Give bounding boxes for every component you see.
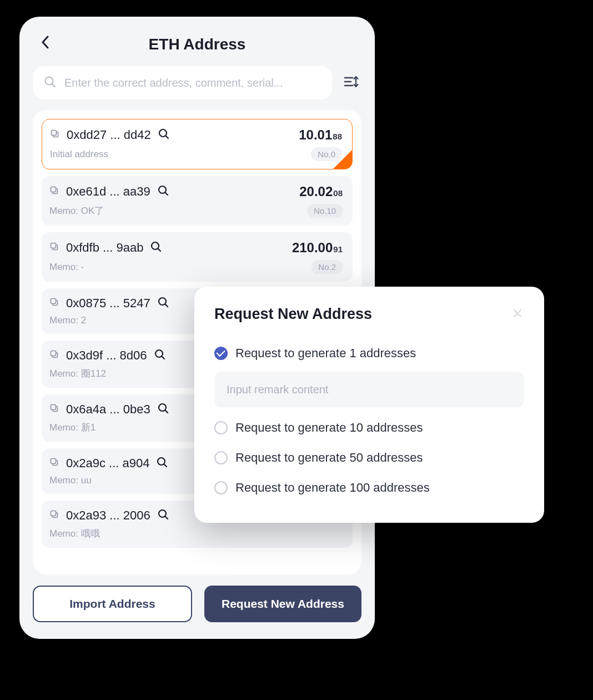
copy-icon[interactable]	[49, 297, 59, 309]
svg-rect-6	[52, 131, 57, 136]
address-text: 0xdd27 ... dd42	[67, 128, 151, 142]
explore-icon[interactable]	[156, 456, 168, 471]
copy-icon[interactable]	[50, 129, 60, 141]
option-label: Request to generate 1 addresses	[235, 346, 416, 361]
request-new-address-button[interactable]: Request New Address	[204, 586, 361, 622]
serial-badge: No.10	[307, 204, 343, 218]
svg-rect-14	[51, 243, 56, 248]
address-text: 0x6a4a ... 0be3	[66, 402, 150, 417]
explore-icon[interactable]	[157, 402, 169, 417]
serial-badge: No.2	[311, 260, 343, 274]
generate-option[interactable]: Request to generate 50 addresses	[214, 443, 524, 473]
remark-input[interactable]	[214, 372, 524, 407]
memo-text: Memo: 新1	[49, 421, 96, 434]
memo-text: Initial address	[50, 149, 108, 160]
memo-text: Memo: 2	[49, 315, 86, 326]
address-text: 0xe61d ... aa39	[66, 184, 150, 199]
copy-icon[interactable]	[49, 457, 59, 469]
search-row	[33, 66, 361, 100]
modal-options: Request to generate 1 addressesRequest t…	[214, 338, 524, 503]
footer: Import Address Request New Address	[33, 586, 361, 622]
balance: 210.0091	[292, 240, 343, 256]
address-card[interactable]: 0xdd27 ... dd4210.0188Initial addressNo.…	[42, 119, 353, 169]
svg-rect-22	[51, 351, 56, 356]
svg-rect-10	[51, 187, 56, 192]
search-icon	[43, 75, 57, 91]
address-text: 0xfdfb ... 9aab	[66, 241, 143, 255]
copy-icon[interactable]	[49, 509, 59, 522]
option-label: Request to generate 100 addresses	[235, 481, 430, 495]
address-text: 0x2a9c ... a904	[66, 456, 149, 471]
back-button[interactable]	[37, 36, 53, 51]
search-box[interactable]	[33, 66, 333, 100]
svg-line-32	[164, 464, 167, 467]
svg-rect-30	[51, 459, 56, 464]
generate-option[interactable]: Request to generate 100 addresses	[214, 473, 524, 503]
svg-line-36	[165, 517, 168, 519]
copy-icon[interactable]	[49, 349, 59, 362]
radio-unchecked-icon[interactable]	[214, 481, 228, 494]
modal-header: Request New Address	[214, 306, 524, 323]
explore-icon[interactable]	[154, 348, 166, 363]
radio-unchecked-icon[interactable]	[214, 421, 228, 434]
modal-close-button[interactable]	[511, 308, 524, 321]
svg-line-12	[165, 193, 168, 196]
modal-title: Request New Address	[214, 306, 372, 323]
sort-button[interactable]	[340, 72, 361, 93]
memo-text: Memo: uu	[49, 475, 92, 486]
address-card[interactable]: 0xfdfb ... 9aab210.0091Memo: -No.2	[42, 232, 353, 282]
copy-icon[interactable]	[49, 403, 59, 416]
svg-line-24	[162, 357, 164, 359]
balance: 10.0188	[299, 127, 342, 143]
svg-line-1	[52, 84, 55, 87]
generate-option[interactable]: Request to generate 1 addresses	[214, 338, 524, 368]
chevron-left-icon	[41, 36, 49, 51]
sort-icon	[343, 73, 359, 92]
svg-line-16	[158, 249, 161, 252]
balance: 20.0208	[299, 184, 343, 199]
generate-option[interactable]: Request to generate 10 addresses	[214, 413, 524, 443]
option-label: Request to generate 10 addresses	[235, 421, 423, 435]
address-text: 0x3d9f ... 8d06	[66, 348, 147, 363]
close-icon	[512, 308, 523, 321]
page-title: ETH Address	[149, 36, 246, 53]
explore-icon[interactable]	[158, 128, 170, 142]
memo-text: Memo: OK了	[49, 204, 104, 217]
option-label: Request to generate 50 addresses	[235, 451, 423, 465]
header: ETH Address	[33, 30, 361, 66]
explore-icon[interactable]	[157, 184, 169, 199]
explore-icon[interactable]	[157, 296, 169, 311]
svg-line-28	[165, 411, 168, 413]
radio-checked-icon[interactable]	[214, 347, 228, 360]
address-card[interactable]: 0xe61d ... aa3920.0208Memo: OK了No.10	[42, 176, 353, 226]
svg-line-8	[165, 136, 168, 139]
request-new-address-modal: Request New Address Request to generate …	[194, 287, 544, 523]
search-input[interactable]	[64, 77, 322, 89]
address-text: 0x0875 ... 5247	[66, 296, 150, 311]
svg-rect-26	[51, 405, 56, 410]
memo-text: Memo: -	[49, 262, 84, 273]
selected-corner-icon	[333, 150, 352, 169]
explore-icon[interactable]	[150, 241, 162, 255]
copy-icon[interactable]	[49, 242, 59, 254]
explore-icon[interactable]	[157, 508, 169, 523]
svg-rect-34	[51, 511, 56, 516]
svg-rect-18	[51, 299, 56, 304]
memo-text: Memo: 哦哦	[49, 527, 100, 540]
import-address-button[interactable]: Import Address	[33, 586, 192, 622]
memo-text: Memo: 圈112	[49, 367, 106, 380]
radio-unchecked-icon[interactable]	[214, 451, 228, 464]
copy-icon[interactable]	[49, 186, 59, 198]
address-text: 0x2a93 ... 2006	[66, 508, 150, 523]
svg-line-20	[165, 304, 168, 307]
